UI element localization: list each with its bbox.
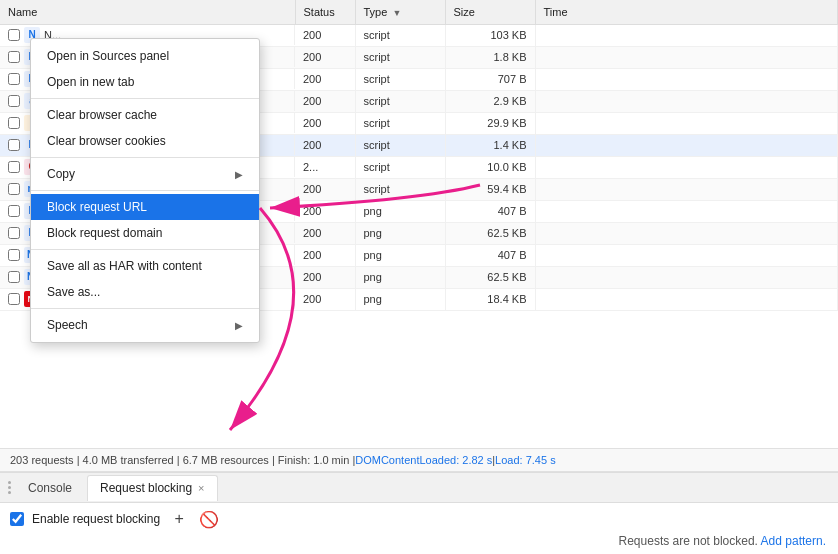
drag-handle[interactable] bbox=[4, 481, 15, 494]
row-time bbox=[535, 266, 838, 288]
row-status: 200 bbox=[295, 222, 355, 244]
row-checkbox[interactable] bbox=[8, 293, 20, 305]
not-blocked-area: Requests are not blocked. Add pattern. bbox=[619, 534, 826, 548]
menu-item-block-domain[interactable]: Block request domain bbox=[31, 220, 259, 246]
row-status: 200 bbox=[295, 46, 355, 68]
row-status: 200 bbox=[295, 90, 355, 112]
menu-item-save-as[interactable]: Save as... bbox=[31, 279, 259, 305]
col-header-time[interactable]: Time bbox=[535, 0, 838, 24]
row-type: png bbox=[355, 266, 445, 288]
row-status: 200 bbox=[295, 134, 355, 156]
menu-item-copy[interactable]: Copy▶ bbox=[31, 161, 259, 187]
menu-item-clear-cookies[interactable]: Clear browser cookies bbox=[31, 128, 259, 154]
row-checkbox[interactable] bbox=[8, 271, 20, 283]
row-time bbox=[535, 200, 838, 222]
tab-console-label: Console bbox=[28, 481, 72, 495]
menu-item-clear-cache[interactable]: Clear browser cache bbox=[31, 102, 259, 128]
add-pattern-button[interactable]: + bbox=[168, 508, 190, 530]
menu-item-label: Save all as HAR with content bbox=[47, 259, 202, 273]
row-size: 707 B bbox=[445, 68, 535, 90]
row-status: 200 bbox=[295, 266, 355, 288]
row-size: 1.8 KB bbox=[445, 46, 535, 68]
row-time bbox=[535, 178, 838, 200]
row-checkbox[interactable] bbox=[8, 51, 20, 63]
row-size: 18.4 KB bbox=[445, 288, 535, 310]
type-sort-icon: ▼ bbox=[392, 8, 401, 18]
row-size: 10.0 KB bbox=[445, 156, 535, 178]
row-status: 200 bbox=[295, 112, 355, 134]
row-type: png bbox=[355, 200, 445, 222]
row-size: 1.4 KB bbox=[445, 134, 535, 156]
menu-item-label: Block request URL bbox=[47, 200, 147, 214]
row-time bbox=[535, 46, 838, 68]
row-checkbox[interactable] bbox=[8, 161, 20, 173]
row-size: 62.5 KB bbox=[445, 266, 535, 288]
row-size: 103 KB bbox=[445, 24, 535, 46]
col-header-type[interactable]: Type ▼ bbox=[355, 0, 445, 24]
menu-divider bbox=[31, 190, 259, 191]
menu-item-block-url[interactable]: Block request URL bbox=[31, 194, 259, 220]
row-time bbox=[535, 112, 838, 134]
col-header-size[interactable]: Size bbox=[445, 0, 535, 24]
clear-patterns-button[interactable]: 🚫 bbox=[198, 508, 220, 530]
row-status: 200 bbox=[295, 200, 355, 222]
row-size: 407 B bbox=[445, 200, 535, 222]
add-pattern-link[interactable]: Add pattern. bbox=[761, 534, 826, 548]
tab-request-blocking[interactable]: Request blocking × bbox=[87, 475, 218, 501]
row-status: 200 bbox=[295, 244, 355, 266]
submenu-arrow-icon: ▶ bbox=[235, 169, 243, 180]
row-type: png bbox=[355, 288, 445, 310]
menu-item-save-har[interactable]: Save all as HAR with content bbox=[31, 253, 259, 279]
row-type: script bbox=[355, 90, 445, 112]
row-checkbox[interactable] bbox=[8, 139, 20, 151]
menu-divider bbox=[31, 249, 259, 250]
menu-divider bbox=[31, 157, 259, 158]
row-size: 2.9 KB bbox=[445, 90, 535, 112]
row-type: script bbox=[355, 68, 445, 90]
tab-request-blocking-label: Request blocking bbox=[100, 481, 192, 495]
tab-close-icon[interactable]: × bbox=[198, 482, 204, 494]
status-summary: 203 requests | 4.0 MB transferred | 6.7 … bbox=[10, 454, 355, 466]
row-checkbox[interactable] bbox=[8, 249, 20, 261]
menu-item-open-sources[interactable]: Open in Sources panel bbox=[31, 43, 259, 69]
submenu-arrow-icon: ▶ bbox=[235, 320, 243, 331]
menu-item-label: Save as... bbox=[47, 285, 100, 299]
enable-request-blocking-checkbox[interactable] bbox=[10, 512, 24, 526]
row-time bbox=[535, 24, 838, 46]
row-size: 62.5 KB bbox=[445, 222, 535, 244]
row-checkbox[interactable] bbox=[8, 227, 20, 239]
row-status: 200 bbox=[295, 68, 355, 90]
row-checkbox[interactable] bbox=[8, 117, 20, 129]
row-status: 200 bbox=[295, 288, 355, 310]
col-header-status[interactable]: Status bbox=[295, 0, 355, 24]
col-header-name[interactable]: Name bbox=[0, 0, 295, 24]
row-type: script bbox=[355, 134, 445, 156]
row-checkbox[interactable] bbox=[8, 29, 20, 41]
row-type: script bbox=[355, 24, 445, 46]
menu-item-label: Copy bbox=[47, 167, 75, 181]
enable-request-blocking-label: Enable request blocking bbox=[32, 512, 160, 526]
row-time bbox=[535, 68, 838, 90]
bottom-panel: Console Request blocking × Enable reques… bbox=[0, 472, 838, 554]
status-bar: 203 requests | 4.0 MB transferred | 6.7 … bbox=[0, 448, 838, 472]
row-type: script bbox=[355, 156, 445, 178]
row-checkbox[interactable] bbox=[8, 73, 20, 85]
row-size: 407 B bbox=[445, 244, 535, 266]
menu-item-label: Clear browser cache bbox=[47, 108, 157, 122]
tab-console[interactable]: Console bbox=[15, 475, 85, 501]
menu-item-open-new-tab[interactable]: Open in new tab bbox=[31, 69, 259, 95]
row-checkbox[interactable] bbox=[8, 183, 20, 195]
bottom-content: Enable request blocking + 🚫 bbox=[0, 503, 838, 535]
menu-divider bbox=[31, 98, 259, 99]
menu-item-label: Open in Sources panel bbox=[47, 49, 169, 63]
row-time bbox=[535, 90, 838, 112]
row-size: 29.9 KB bbox=[445, 112, 535, 134]
menu-item-label: Clear browser cookies bbox=[47, 134, 166, 148]
row-checkbox[interactable] bbox=[8, 95, 20, 107]
row-checkbox[interactable] bbox=[8, 205, 20, 217]
menu-item-speech[interactable]: Speech▶ bbox=[31, 312, 259, 338]
row-status: 200 bbox=[295, 24, 355, 46]
row-type: script bbox=[355, 112, 445, 134]
not-blocked-text: Requests are not blocked. bbox=[619, 534, 758, 548]
menu-item-label: Block request domain bbox=[47, 226, 162, 240]
